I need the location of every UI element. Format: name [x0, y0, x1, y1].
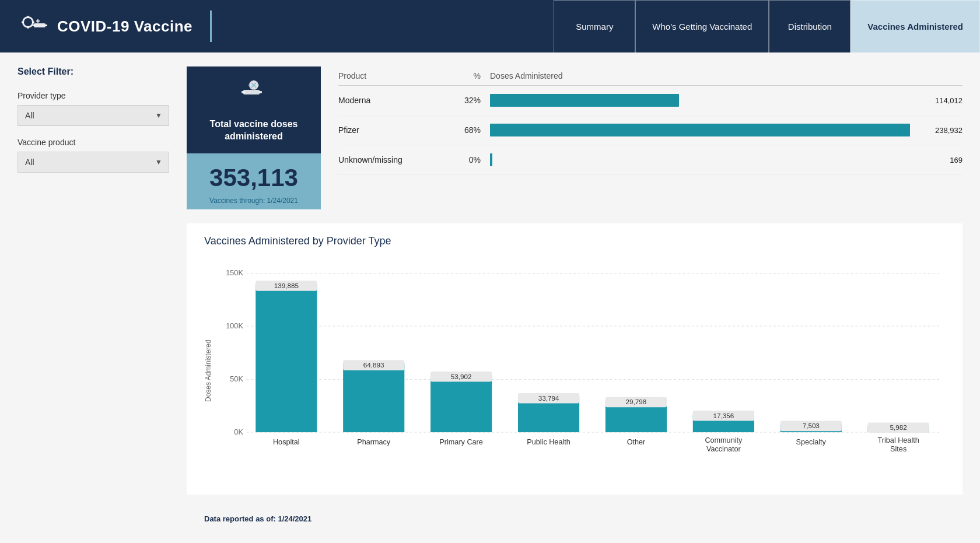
- product-pct-pfizer: 68%: [443, 125, 490, 135]
- svg-rect-7: [33, 24, 35, 26]
- svg-text:7,503: 7,503: [803, 422, 820, 429]
- provider-type-label: Provider type: [18, 91, 169, 100]
- product-table: Product % Doses Administered Moderna 32%…: [338, 66, 963, 209]
- logo-area: COVID-19 Vaccine: [0, 0, 210, 52]
- svg-rect-29: [256, 284, 317, 432]
- svg-text:Specialty: Specialty: [796, 438, 827, 446]
- product-value-pfizer: 238,932: [910, 126, 963, 135]
- logo-text: COVID-19 Vaccine: [57, 17, 192, 36]
- total-doses-number: 353,113: [192, 164, 315, 192]
- header: COVID-19 Vaccine Summary Who's Getting V…: [0, 0, 980, 52]
- sidebar-title: Select Filter:: [18, 66, 169, 77]
- bar-moderna: [490, 94, 679, 107]
- product-row-unknown: Unknown/missing 0% 169: [338, 145, 963, 175]
- header-nav: Summary Who's Getting Vaccinated Distrib…: [554, 0, 980, 52]
- chart-svg: 150K 100K 50K 0K 139,885: [218, 259, 945, 481]
- svg-text:33,794: 33,794: [538, 394, 559, 401]
- svg-text:Other: Other: [627, 438, 646, 446]
- svg-text:Vaccinator: Vaccinator: [706, 445, 741, 453]
- svg-text:Community: Community: [705, 436, 743, 444]
- svg-text:64,893: 64,893: [363, 361, 384, 369]
- svg-rect-8: [45, 24, 47, 26]
- product-value-moderna: 114,012: [910, 96, 963, 105]
- vaccine-product-filter: Vaccine product All ▼: [18, 138, 169, 173]
- svg-text:0K: 0K: [234, 428, 243, 436]
- bar-cell-unknown: [490, 153, 910, 166]
- bar-unknown: [490, 153, 492, 166]
- vaccine-product-label: Vaccine product: [18, 138, 169, 147]
- col-header-doses: Doses Administered: [490, 71, 963, 80]
- tab-who-getting[interactable]: Who's Getting Vaccinated: [635, 0, 769, 52]
- syringe-icon: [239, 77, 269, 113]
- svg-text:150K: 150K: [226, 269, 243, 277]
- svg-text:100K: 100K: [226, 322, 243, 330]
- svg-text:Pharmacy: Pharmacy: [357, 438, 391, 446]
- chart-section: Vaccines Administered by Provider Type D…: [187, 223, 963, 495]
- product-row-moderna: Moderna 32% 114,012: [338, 86, 963, 115]
- svg-text:5,982: 5,982: [890, 423, 907, 431]
- col-header-pct: %: [443, 71, 490, 80]
- chart-inner: 150K 100K 50K 0K 139,885: [218, 259, 945, 483]
- svg-rect-6: [34, 23, 46, 27]
- svg-point-1: [24, 18, 32, 26]
- svg-rect-13: [259, 91, 262, 93]
- tab-summary[interactable]: Summary: [554, 0, 635, 52]
- top-stats: Total vaccine doses administered 353,113…: [187, 66, 963, 209]
- content-area: Total vaccine doses administered 353,113…: [187, 66, 963, 529]
- vaccine-product-select[interactable]: All: [18, 152, 169, 173]
- total-doses-date: Vaccines through: 1/24/2021: [192, 197, 315, 205]
- app-wrapper: COVID-19 Vaccine Summary Who's Getting V…: [0, 0, 980, 543]
- product-table-header: Product % Doses Administered: [338, 66, 963, 86]
- svg-text:Tribal Health: Tribal Health: [878, 436, 919, 444]
- svg-text:Hospital: Hospital: [273, 438, 300, 446]
- svg-rect-35: [430, 374, 492, 432]
- svg-text:Sites: Sites: [890, 445, 907, 453]
- svg-text:139,885: 139,885: [274, 281, 299, 289]
- provider-type-filter: Provider type All ▼: [18, 91, 169, 126]
- total-card-title: Total vaccine doses administered: [196, 118, 312, 143]
- bar-cell-pfizer: [490, 124, 910, 136]
- svg-text:29,798: 29,798: [626, 398, 647, 405]
- footer-text: Data reported as of: 1/24/2021: [204, 514, 312, 523]
- total-card-header: Total vaccine doses administered: [187, 66, 321, 153]
- bar-pfizer: [490, 124, 910, 136]
- svg-rect-32: [343, 363, 404, 432]
- y-axis-label: Doses Administered: [204, 259, 212, 483]
- main-content: Select Filter: Provider type All ▼ Vacci…: [0, 52, 980, 543]
- svg-text:Public Health: Public Health: [527, 438, 570, 446]
- bar-cell-moderna: [490, 94, 910, 107]
- product-row-pfizer: Pfizer 68% 238,932: [338, 115, 963, 145]
- svg-text:17,356: 17,356: [713, 411, 734, 419]
- sidebar: Select Filter: Provider type All ▼ Vacci…: [18, 66, 169, 529]
- product-name-pfizer: Pfizer: [338, 125, 443, 135]
- chart-title: Vaccines Administered by Provider Type: [204, 235, 945, 247]
- total-doses-card: Total vaccine doses administered 353,113…: [187, 66, 321, 209]
- product-pct-unknown: 0%: [443, 155, 490, 164]
- total-card-body: 353,113 Vaccines through: 1/24/2021: [187, 153, 321, 209]
- vaccine-product-select-wrapper[interactable]: All ▼: [18, 152, 169, 173]
- svg-text:Primary Care: Primary Care: [439, 438, 482, 446]
- provider-type-select[interactable]: All: [18, 105, 169, 126]
- header-spacer: [212, 0, 554, 52]
- logo-icon: [18, 10, 49, 42]
- svg-text:50K: 50K: [230, 375, 243, 383]
- product-value-unknown: 169: [910, 156, 963, 164]
- col-header-product: Product: [338, 71, 443, 80]
- svg-text:53,902: 53,902: [451, 372, 472, 380]
- svg-rect-11: [243, 90, 260, 94]
- provider-type-select-wrapper[interactable]: All ▼: [18, 105, 169, 126]
- tab-vaccines-administered[interactable]: Vaccines Administered: [850, 0, 980, 52]
- product-name-moderna: Moderna: [338, 96, 443, 105]
- footer: Data reported as of: 1/24/2021: [187, 509, 963, 529]
- svg-rect-12: [242, 91, 244, 93]
- product-pct-moderna: 32%: [443, 96, 490, 105]
- tab-distribution[interactable]: Distribution: [769, 0, 850, 52]
- product-name-unknown: Unknown/missing: [338, 155, 443, 164]
